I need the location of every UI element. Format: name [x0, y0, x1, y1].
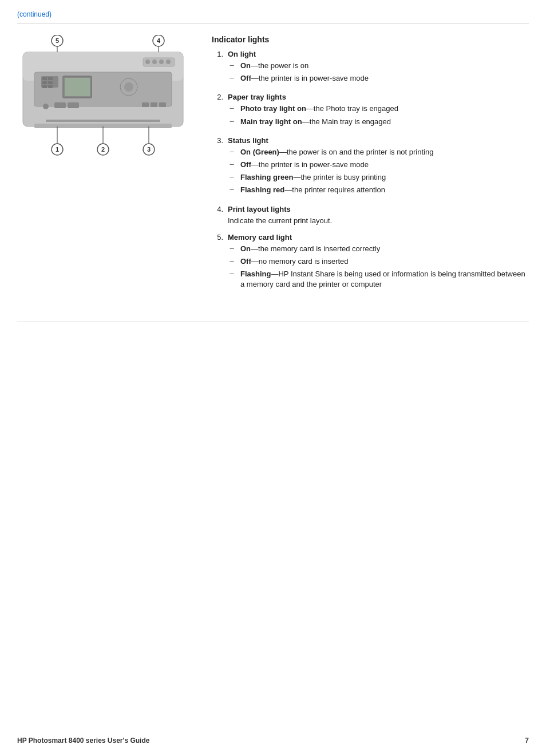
sub-dash: –: [228, 73, 236, 84]
sub-content: Flashing green—the printer is busy print…: [240, 172, 529, 183]
indicator-list: 1. On light – On—the power is on – Off—t…: [212, 50, 529, 292]
item-content: Paper tray lights – Photo tray light on—…: [228, 93, 529, 129]
sub-item: – On—the memory card is inserted correct…: [228, 244, 529, 254]
svg-text:4: 4: [157, 37, 161, 44]
item-title: Print layout lights: [228, 205, 529, 213]
sub-dash: –: [228, 117, 236, 127]
item-title: Status light: [228, 136, 529, 145]
item-title: Paper tray lights: [228, 93, 529, 101]
sub-dash: –: [228, 244, 236, 254]
footer-left: HP Photosmart 8400 series User's Guide: [17, 737, 149, 745]
svg-point-14: [43, 104, 49, 109]
footer: HP Photosmart 8400 series User's Guide 7: [17, 737, 529, 745]
item-content: Status light – On (Green)—the power is o…: [228, 136, 529, 198]
svg-rect-11: [65, 78, 90, 96]
sub-item: – On—the power is on: [228, 61, 529, 71]
svg-rect-18: [151, 102, 157, 107]
list-item: 4. Print layout lights Indicate the curr…: [212, 205, 529, 226]
svg-rect-26: [46, 120, 160, 122]
sub-content: Flashing—HP Instant Share is being used …: [240, 269, 529, 290]
svg-rect-15: [54, 102, 66, 108]
bottom-rule: [17, 322, 529, 322]
item-content: Print layout lights Indicate the current…: [228, 205, 529, 226]
sub-item: – Photo tray light on—the Photo tray is …: [228, 104, 529, 114]
sub-dash: –: [228, 269, 236, 290]
sub-dash: –: [228, 61, 236, 71]
sub-content: Flashing red—the printer requires attent…: [240, 185, 529, 195]
svg-text:2: 2: [101, 146, 105, 153]
svg-text:1: 1: [56, 146, 59, 153]
svg-point-22: [152, 60, 157, 64]
item-number: 1.: [212, 50, 223, 86]
svg-rect-7: [48, 81, 53, 84]
item-title: On light: [228, 50, 529, 58]
svg-point-24: [166, 60, 171, 64]
sub-dash: –: [228, 104, 236, 114]
sub-item: – Flashing red—the printer requires atte…: [228, 185, 529, 195]
item-title: Memory card light: [228, 233, 529, 242]
svg-rect-16: [68, 102, 79, 108]
svg-rect-9: [48, 85, 53, 88]
sub-dash: –: [228, 256, 236, 267]
sub-item: – On (Green)—the power is on and the pri…: [228, 147, 529, 157]
sub-content: Photo tray light on—the Photo tray is en…: [240, 104, 529, 114]
svg-point-13: [124, 82, 133, 92]
sub-list: – On (Green)—the power is on and the pri…: [228, 147, 529, 196]
sub-dash: –: [228, 147, 236, 157]
sub-content: On—the power is on: [240, 61, 529, 71]
svg-rect-6: [42, 81, 47, 84]
printer-illustration: 1 2 3 4 5: [17, 35, 189, 161]
list-item: 3. Status light – On (Green)—the power i…: [212, 136, 529, 198]
list-item: 1. On light – On—the power is on – Off—t…: [212, 50, 529, 86]
item-number: 3.: [212, 136, 223, 198]
page-wrapper: (continued): [0, 0, 546, 756]
svg-rect-8: [42, 85, 47, 88]
print-layout-note: Indicate the current print layout.: [228, 216, 529, 226]
svg-text:3: 3: [147, 146, 151, 153]
item-content: On light – On—the power is on – Off—the …: [228, 50, 529, 86]
sub-item: – Flashing—HP Instant Share is being use…: [228, 269, 529, 290]
sub-content: Off—the printer is in power-save mode: [240, 160, 529, 170]
sub-dash: –: [228, 185, 236, 195]
sub-content: On (Green)—the power is on and the print…: [240, 147, 529, 157]
sub-item: – Off—the printer is in power-save mode: [228, 160, 529, 170]
sub-item: – Off—the printer is in power-save mode: [228, 73, 529, 84]
section-title: Indicator lights: [212, 35, 529, 44]
sub-item: – Flashing green—the printer is busy pri…: [228, 172, 529, 183]
item-number: 4.: [212, 205, 223, 226]
sub-content: Off—no memory card is inserted: [240, 256, 529, 267]
sub-content: Off—the printer is in power-save mode: [240, 73, 529, 84]
continued-label: (continued): [0, 0, 546, 23]
main-content: 1 2 3 4 5: [0, 23, 546, 310]
printer-svg: 1 2 3 4 5: [17, 35, 189, 161]
svg-point-23: [159, 60, 164, 64]
text-section: Indicator lights 1. On light – On—the po…: [212, 29, 529, 304]
sub-list: – On—the power is on – Off—the printer i…: [228, 61, 529, 84]
item-number: 5.: [212, 233, 223, 292]
svg-text:5: 5: [56, 37, 59, 44]
item-number: 2.: [212, 93, 223, 129]
item-content: Memory card light – On—the memory card i…: [228, 233, 529, 292]
image-section: 1 2 3 4 5: [17, 29, 200, 304]
list-item: 2. Paper tray lights – Photo tray light …: [212, 93, 529, 129]
sub-item: – Main tray light on—the Main tray is en…: [228, 117, 529, 127]
list-item: 5. Memory card light – On—the memory car…: [212, 233, 529, 292]
svg-rect-4: [42, 77, 47, 80]
footer-page: 7: [525, 737, 529, 745]
svg-point-21: [145, 60, 150, 64]
sub-item: – Off—no memory card is inserted: [228, 256, 529, 267]
sub-list: – On—the memory card is inserted correct…: [228, 244, 529, 290]
sub-content: On—the memory card is inserted correctly: [240, 244, 529, 254]
svg-rect-5: [48, 77, 53, 80]
sub-dash: –: [228, 172, 236, 183]
svg-rect-17: [142, 102, 149, 107]
svg-rect-19: [159, 102, 166, 107]
sub-list: – Photo tray light on—the Photo tray is …: [228, 104, 529, 126]
sub-dash: –: [228, 160, 236, 170]
sub-content: Main tray light on—the Main tray is enga…: [240, 117, 529, 127]
